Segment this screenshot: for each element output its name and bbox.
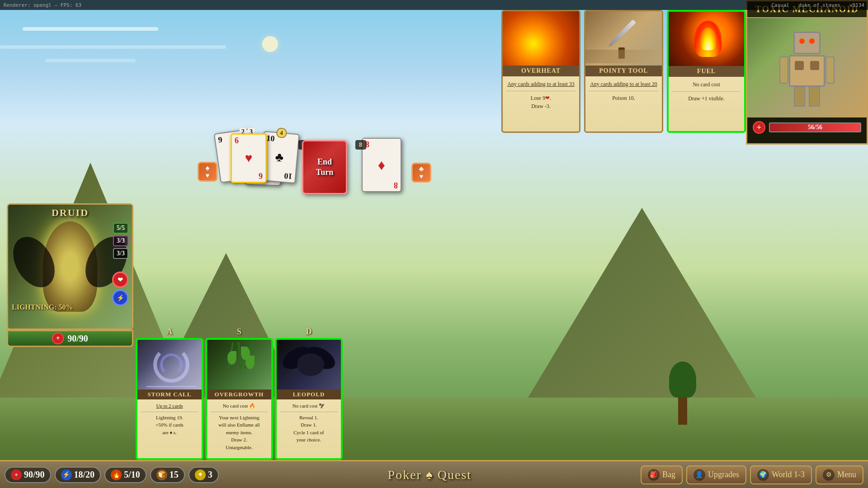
storm-line bbox=[146, 386, 196, 387]
ability-card-fuel[interactable]: FUEL No card cost Draw +1 visible. bbox=[667, 10, 746, 133]
right-card-8d[interactable]: 8 ♦ 8 bbox=[362, 138, 401, 192]
overgrowth-wrapper: S OVERGROWTH No card cost 🔥 Your next Li… bbox=[205, 338, 273, 460]
leopold-art bbox=[277, 340, 341, 389]
leopold-effect1: Reveal 1. bbox=[280, 414, 337, 422]
overgrowth-card-body: No card cost 🔥 Your next Lightning will … bbox=[207, 399, 271, 458]
leaf1 bbox=[227, 351, 236, 365]
overheat-effect: Lose 9❤.Draw -3. bbox=[506, 94, 576, 110]
player-name: DRUID bbox=[8, 207, 132, 219]
robot-detail bbox=[795, 61, 804, 70]
enemy-abilities: OVERHEAT Any cards adding to at least 33… bbox=[501, 10, 746, 133]
storm-effect1: Lightning 19. bbox=[141, 414, 198, 422]
version-label: v9134 bbox=[849, 2, 864, 8]
bag-label: Bag bbox=[662, 470, 675, 479]
hp-icon: + bbox=[11, 469, 22, 480]
enemy-hp-text: 56/56 bbox=[808, 124, 822, 131]
card-6h-num-bot: 6 bbox=[259, 172, 263, 180]
overgrowth-effect3: enemy items. bbox=[211, 429, 268, 436]
menu-icon: ⚙ bbox=[823, 469, 835, 481]
player-hp-icon: + bbox=[52, 333, 64, 344]
overheat-body: Any cards adding to at least 33 Lose 9❤.… bbox=[503, 76, 579, 131]
enemy-hp-bar: + 56/56 bbox=[747, 117, 867, 137]
menu-button[interactable]: ⚙ Menu bbox=[816, 465, 863, 484]
slot-icon-heart2: ♥ bbox=[420, 173, 423, 180]
player-stat-3: 3/3 bbox=[113, 248, 128, 259]
hand-card-6h[interactable]: 6 ♥ 6 bbox=[231, 133, 267, 183]
storm-card-name: STORM CALL bbox=[137, 389, 202, 399]
enemy-hp-fill: 56/56 bbox=[770, 123, 860, 131]
fuel-effect: Draw +1 visible. bbox=[672, 94, 741, 103]
renderer-label: Renderer: opengl bbox=[4, 2, 52, 8]
card-10c-num-top: 10 bbox=[266, 134, 275, 143]
skill-letter-d: D bbox=[306, 327, 312, 337]
fuel-body: No card cost Draw +1 visible. bbox=[669, 77, 744, 131]
druid-body bbox=[43, 221, 97, 312]
ability-card-overheat[interactable]: OVERHEAT Any cards adding to at least 33… bbox=[501, 10, 580, 133]
end-turn-area[interactable]: EndTurn bbox=[302, 140, 347, 194]
overheat-name: OVERHEAT bbox=[503, 66, 579, 76]
player-badge-red: ❤ bbox=[112, 272, 128, 288]
overgrowth-card-name: OVERGROWTH bbox=[207, 389, 271, 399]
robot-arm-right bbox=[826, 56, 835, 84]
enemy-panel: TOXIC MECHANOID + 56/56 bbox=[746, 0, 868, 145]
end-turn-button[interactable]: EndTurn bbox=[302, 140, 347, 194]
storm-call-wrapper: A STORM CALL Up to 2 cards Lightning 19.… bbox=[136, 338, 203, 460]
skill-card-storm-call[interactable]: STORM CALL Up to 2 cards Lightning 19. +… bbox=[136, 338, 203, 460]
storm-art bbox=[137, 340, 202, 389]
card-6h-suit: ♥ bbox=[245, 151, 253, 165]
robot-figure bbox=[780, 32, 834, 104]
right-card-badge: 8 bbox=[355, 140, 366, 150]
card-10c-num-bot: 10 bbox=[284, 172, 293, 181]
pointy-art bbox=[585, 11, 662, 66]
slot-icon-spade: ♠ bbox=[206, 164, 210, 172]
card-9s-num-top: 9 bbox=[217, 136, 222, 144]
card-10c-badge: 4 bbox=[276, 127, 287, 138]
upgrades-label: Upgrades bbox=[708, 470, 739, 479]
robot-body bbox=[789, 55, 825, 87]
leopold-card-body: No card cost 🦅 Reveal 1. Draw 1. Cycle 1… bbox=[277, 399, 341, 458]
robot-arm-left bbox=[779, 56, 788, 84]
upgrades-button[interactable]: 👤 Upgrades bbox=[686, 465, 746, 484]
tree-trunk bbox=[678, 398, 687, 425]
knife-shape bbox=[607, 19, 636, 48]
world-button[interactable]: 🌍 World 1-3 bbox=[750, 465, 812, 484]
player-badge-blue: ⚡ bbox=[112, 290, 128, 306]
skill-card-leopold[interactable]: LEOPOLD No card cost 🦅 Reveal 1. Draw 1.… bbox=[275, 338, 343, 460]
overgrowth-effect2: will also Enflame all bbox=[211, 421, 268, 429]
bag-button[interactable]: 🎒 Bag bbox=[641, 465, 683, 484]
slot-icon-club: ♣ bbox=[419, 165, 424, 173]
leopold-card-name: LEOPOLD bbox=[277, 389, 341, 399]
robot-head bbox=[793, 32, 821, 54]
skill-card-overgrowth[interactable]: OVERGROWTH No card cost 🔥 Your next Ligh… bbox=[205, 338, 273, 460]
right-card-badge-text: 8 bbox=[359, 141, 363, 148]
pointy-effect: Poison 10. bbox=[589, 94, 658, 102]
stat-box-fire: 🔥 5/10 bbox=[104, 467, 146, 483]
storm-swirl2 bbox=[160, 353, 183, 376]
enemy-hp-cross-icon: + bbox=[753, 121, 765, 134]
stat-box-acorn: 🍞 15 bbox=[150, 467, 185, 483]
overgrowth-cost: No card cost 🔥 bbox=[211, 402, 268, 410]
acorn-icon: 🍞 bbox=[156, 469, 167, 480]
bottom-bar: + 90/90 ⚡ 18/20 🔥 5/10 🍞 15 ✦ 3 Poker ♠ … bbox=[0, 460, 868, 488]
enemy-hp-bar-container: 56/56 bbox=[769, 122, 861, 132]
sun-value: 3 bbox=[208, 469, 212, 480]
player-badges: ❤ ⚡ bbox=[112, 272, 128, 306]
leaf3 bbox=[245, 356, 255, 369]
enemy-art bbox=[747, 18, 867, 117]
player-panel: DRUID 5/5 3/3 3/3 ❤ ⚡ LIGHTNING: 50% bbox=[7, 203, 133, 348]
fuel-condition: No card cost bbox=[693, 81, 720, 88]
overgrowth-effect4: Draw 2. bbox=[211, 436, 268, 444]
game-title: Poker ♠ Quest bbox=[222, 468, 637, 482]
player-hp-text: 90/90 bbox=[67, 333, 88, 344]
storm-effect3: are ♦ s. bbox=[141, 429, 198, 436]
leopold-cost: No card cost 🦅 bbox=[280, 402, 337, 410]
fire-value: 5/10 bbox=[124, 469, 140, 480]
mp-value: 18/20 bbox=[74, 469, 95, 480]
ability-card-pointy[interactable]: POINTY TOOL Any cards adding to at least… bbox=[584, 10, 663, 133]
moon bbox=[262, 36, 278, 52]
player-card: DRUID 5/5 3/3 3/3 ❤ ⚡ LIGHTNING: 50% bbox=[7, 203, 133, 330]
overgrowth-effect1: Your next Lightning bbox=[211, 414, 268, 422]
player-stat-1: 5/5 bbox=[113, 223, 128, 234]
lightning-label: LIGHTNING: 50% bbox=[12, 303, 73, 311]
debug-bar: Renderer: opengl — FPS: 63 Casual duke o… bbox=[0, 0, 868, 10]
